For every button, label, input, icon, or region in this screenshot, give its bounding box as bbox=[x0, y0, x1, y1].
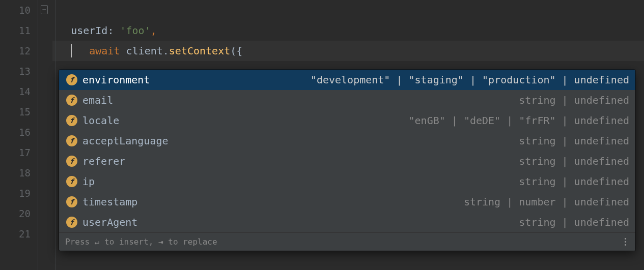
autocomplete-footer: Press ↵ to insert, ⇥ to replace bbox=[59, 232, 635, 251]
field-icon: f bbox=[66, 196, 77, 207]
autocomplete-item-userAgent[interactable]: fuserAgentstring | undefined bbox=[59, 212, 635, 232]
autocomplete-hint: Press ↵ to insert, ⇥ to replace bbox=[65, 237, 217, 247]
code-line[interactable]: − await client.setContext({ bbox=[52, 0, 644, 20]
autocomplete-item-locale[interactable]: flocale"enGB" | "deDE" | "frFR" | undefi… bbox=[59, 110, 635, 131]
autocomplete-popup[interactable]: fenvironment"development" | "staging" | … bbox=[59, 70, 635, 251]
line-number: 11 bbox=[0, 20, 31, 41]
gutter: 10 11 12 13 14 15 16 17 18 19 20 21 bbox=[0, 0, 43, 270]
keyword-await: await bbox=[89, 45, 120, 57]
line-number: 16 bbox=[0, 122, 31, 142]
line-number: 18 bbox=[0, 163, 31, 183]
line-number: 21 bbox=[0, 224, 31, 244]
field-icon: f bbox=[66, 95, 77, 106]
dot: . bbox=[163, 45, 169, 57]
autocomplete-item-label: userAgent bbox=[82, 212, 137, 232]
autocomplete-item-label: ip bbox=[82, 171, 95, 192]
space bbox=[120, 45, 126, 57]
more-options-icon[interactable] bbox=[621, 238, 629, 246]
field-icon: f bbox=[66, 156, 77, 167]
line-number: 10 bbox=[0, 0, 31, 20]
autocomplete-item-label: acceptLanguage bbox=[82, 131, 169, 151]
autocomplete-item-label: email bbox=[82, 90, 113, 110]
autocomplete-item-type: string | undefined bbox=[519, 212, 629, 232]
autocomplete-item-label: environment bbox=[82, 70, 150, 90]
line-number: 12 bbox=[0, 41, 31, 61]
autocomplete-item-referer[interactable]: frefererstring | undefined bbox=[59, 151, 635, 171]
line-number: 17 bbox=[0, 142, 31, 163]
autocomplete-item-label: locale bbox=[82, 110, 119, 131]
autocomplete-item-type: string | undefined bbox=[519, 90, 629, 110]
line-number: 20 bbox=[0, 203, 31, 224]
autocomplete-item-label: referer bbox=[82, 151, 125, 171]
field-icon: f bbox=[66, 115, 77, 126]
method-setContext: setContext bbox=[169, 45, 230, 57]
line-number: 15 bbox=[0, 102, 31, 122]
autocomplete-item-ip[interactable]: fipstring | undefined bbox=[59, 171, 635, 192]
fold-marker-icon[interactable]: − bbox=[41, 5, 48, 14]
gutter-separator bbox=[38, 0, 38, 270]
line-number: 13 bbox=[0, 61, 31, 81]
line-number: 19 bbox=[0, 183, 31, 203]
field-icon: f bbox=[66, 217, 77, 228]
autocomplete-item-type: string | undefined bbox=[519, 131, 629, 151]
autocomplete-item-type: string | undefined bbox=[519, 151, 629, 171]
line-number: 14 bbox=[0, 81, 31, 102]
autocomplete-item-timestamp[interactable]: ftimestampstring | number | undefined bbox=[59, 192, 635, 212]
colon: : bbox=[107, 24, 120, 37]
field-icon: f bbox=[66, 74, 77, 85]
autocomplete-item-type: "development" | "staging" | "production"… bbox=[311, 70, 629, 90]
autocomplete-item-acceptLanguage[interactable]: facceptLanguagestring | undefined bbox=[59, 131, 635, 151]
code-line[interactable]: userId: 'foo', bbox=[52, 20, 644, 41]
comma: , bbox=[151, 24, 157, 37]
field-icon: f bbox=[66, 176, 77, 187]
autocomplete-item-environment[interactable]: fenvironment"development" | "staging" | … bbox=[59, 70, 635, 90]
open-brace: ({ bbox=[230, 45, 242, 57]
autocomplete-item-email[interactable]: femailstring | undefined bbox=[59, 90, 635, 110]
field-icon: f bbox=[66, 135, 77, 146]
string-literal: 'foo' bbox=[120, 24, 150, 37]
autocomplete-item-label: timestamp bbox=[82, 192, 137, 212]
autocomplete-item-type: string | number | undefined bbox=[464, 192, 629, 212]
autocomplete-item-type: "enGB" | "deDE" | "frFR" | undefined bbox=[409, 110, 629, 131]
code-editor[interactable]: 10 11 12 13 14 15 16 17 18 19 20 21 − aw… bbox=[0, 0, 644, 270]
identifier-client: client bbox=[126, 45, 163, 57]
autocomplete-item-type: string | undefined bbox=[519, 171, 629, 192]
